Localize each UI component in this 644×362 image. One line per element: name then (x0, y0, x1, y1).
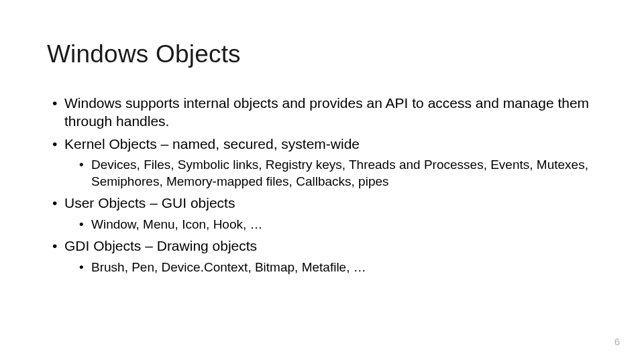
slide-title: Windows Objects (47, 40, 597, 68)
sub-bullet-item: Devices, Files, Symbolic links, Registry… (79, 157, 597, 190)
sub-bullet-text: Brush, Pen, Device.Context, Bitmap, Meta… (91, 260, 366, 274)
bullet-text: Windows supports internal objects and pr… (64, 95, 589, 129)
bullet-item: Windows supports internal objects and pr… (52, 94, 597, 131)
sub-bullet-text: Window, Menu, Icon, Hook, … (91, 217, 263, 231)
bullet-list: Windows supports internal objects and pr… (47, 94, 597, 276)
bullet-item: User Objects – GUI objects Window, Menu,… (52, 194, 597, 233)
bullet-item: GDI Objects – Drawing objects Brush, Pen… (52, 237, 597, 276)
sub-bullet-item: Window, Menu, Icon, Hook, … (79, 217, 597, 233)
slide-content: Windows supports internal objects and pr… (47, 94, 597, 276)
sub-bullet-text: Devices, Files, Symbolic links, Registry… (91, 158, 588, 188)
bullet-text: Kernel Objects – named, secured, system-… (64, 136, 360, 152)
sub-bullet-item: Brush, Pen, Device.Context, Bitmap, Meta… (79, 259, 597, 276)
sub-bullet-list: Brush, Pen, Device.Context, Bitmap, Meta… (64, 259, 597, 276)
sub-bullet-list: Window, Menu, Icon, Hook, … (64, 217, 597, 233)
bullet-text: User Objects – GUI objects (64, 195, 235, 210)
sub-bullet-list: Devices, Files, Symbolic links, Registry… (64, 157, 597, 190)
bullet-text: GDI Objects – Drawing objects (64, 238, 257, 253)
bullet-item: Kernel Objects – named, secured, system-… (52, 135, 597, 190)
page-number: 6 (614, 336, 620, 347)
